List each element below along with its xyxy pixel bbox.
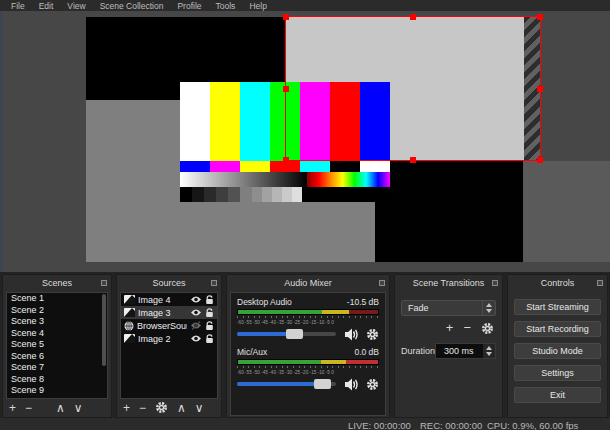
scene-transitions-panel: Scene Transitions Fade + − Duration 300 … — [394, 274, 503, 418]
volume-slider[interactable] — [237, 382, 336, 386]
scenes-scrollbar[interactable] — [102, 294, 106, 366]
scene-list-item[interactable]: Scene 2 — [7, 305, 107, 317]
menu-scene-collection[interactable]: Scene Collection — [93, 0, 171, 11]
meter-ticks — [237, 316, 379, 318]
scene-list-item[interactable]: Scene 3 — [7, 316, 107, 328]
scene-list-item[interactable]: Scene 1 — [7, 293, 107, 305]
lock-icon[interactable] — [205, 308, 214, 318]
handle-mid-right[interactable] — [537, 86, 543, 92]
scenes-panel-title[interactable]: Scenes — [3, 275, 111, 291]
source-up-button[interactable]: ∧ — [177, 401, 186, 415]
combo-spinner-icon[interactable] — [482, 301, 495, 315]
spinbox-arrows-icon[interactable] — [483, 344, 495, 358]
handle-bottom-right[interactable] — [537, 157, 543, 163]
image-icon — [124, 295, 135, 304]
audio-mixer-panel: Audio Mixer Desktop Audio -10.5 dB -60 -… — [226, 274, 390, 418]
controls-title[interactable]: Controls — [508, 275, 607, 291]
speaker-icon[interactable] — [344, 328, 359, 341]
volume-slider-handle[interactable] — [314, 379, 331, 389]
scene-transitions-title[interactable]: Scene Transitions — [395, 275, 502, 291]
handle-top-center[interactable] — [410, 14, 416, 20]
source-properties-gear-icon[interactable] — [155, 401, 168, 414]
lock-icon[interactable] — [205, 334, 214, 344]
popout-icon[interactable] — [379, 280, 385, 286]
scene-list-item[interactable]: Scene 5 — [7, 339, 107, 351]
popout-icon[interactable] — [211, 280, 217, 286]
add-scene-button[interactable]: + — [9, 401, 16, 415]
add-source-button[interactable]: + — [123, 401, 130, 415]
sources-panel-title[interactable]: Sources — [117, 275, 221, 291]
popout-icon[interactable] — [597, 280, 603, 286]
menu-tools[interactable]: Tools — [209, 0, 243, 11]
transition-properties-gear-icon[interactable] — [481, 322, 494, 335]
scene-list-item[interactable]: Scene 9 — [7, 385, 107, 397]
image-icon — [124, 334, 135, 343]
menu-file[interactable]: File — [4, 0, 32, 11]
scene-list-item[interactable]: Scene 7 — [7, 362, 107, 374]
source-row-image3[interactable]: Image 3 — [121, 306, 217, 319]
eye-icon[interactable] — [190, 295, 202, 304]
handle-top-left[interactable] — [283, 14, 289, 20]
menu-help[interactable]: Help — [242, 0, 273, 11]
scenes-list[interactable]: Scene 1 Scene 2 Scene 3 Scene 4 Scene 5 … — [6, 292, 108, 399]
scene-up-button[interactable]: ∧ — [56, 401, 65, 415]
channel-name: Desktop Audio — [237, 297, 292, 307]
channel-gear-icon[interactable] — [366, 328, 379, 341]
source-row-image4[interactable]: Image 4 — [121, 293, 217, 306]
scene-list-item[interactable]: Scene 6 — [7, 351, 107, 363]
transition-selected-value: Fade — [408, 303, 429, 313]
remove-transition-button[interactable]: − — [463, 321, 471, 335]
channel-gear-icon[interactable] — [366, 378, 379, 391]
preview-canvas[interactable] — [0, 11, 610, 272]
menu-view[interactable]: View — [60, 0, 92, 11]
menu-edit[interactable]: Edit — [32, 0, 61, 11]
source-down-button[interactable]: ∨ — [195, 401, 204, 415]
source-row-image2[interactable]: Image 2 — [121, 332, 217, 345]
lock-icon[interactable] — [205, 295, 214, 305]
handle-bottom-center[interactable] — [410, 157, 416, 163]
audio-mixer-title[interactable]: Audio Mixer — [227, 275, 389, 291]
volume-slider-handle[interactable] — [286, 329, 303, 339]
scenes-toolbar: + − ∧ ∨ — [9, 400, 83, 415]
eye-icon[interactable] — [190, 308, 202, 317]
start-recording-button[interactable]: Start Recording — [514, 321, 601, 337]
sources-list[interactable]: Image 4 Image 3 BrowserSou — [120, 292, 218, 399]
lock-icon[interactable] — [205, 321, 214, 331]
handle-top-right[interactable] — [537, 14, 543, 20]
handle-mid-left[interactable] — [283, 86, 289, 92]
scene-down-button[interactable]: ∨ — [74, 401, 83, 415]
popout-icon[interactable] — [492, 280, 498, 286]
black-backdrop-bottom[interactable] — [375, 161, 523, 262]
remove-scene-button[interactable]: − — [25, 401, 32, 415]
volume-slider[interactable] — [237, 332, 336, 336]
scene-list-item[interactable]: Scene 4 — [7, 328, 107, 340]
selection-outline[interactable] — [285, 16, 541, 161]
meter-ticks — [237, 366, 379, 368]
meter-scale: -60 -55 -50 -45 -40 -35 -30 -25 -20 -15 … — [237, 369, 348, 375]
eye-off-icon[interactable] — [190, 321, 202, 330]
eye-icon[interactable] — [190, 334, 202, 343]
source-label: Image 4 — [138, 295, 171, 305]
transition-select[interactable]: Fade — [401, 300, 496, 316]
sources-title-label: Sources — [152, 278, 185, 288]
add-transition-button[interactable]: + — [446, 321, 454, 335]
remove-source-button[interactable]: − — [139, 401, 146, 415]
scene-list-item[interactable]: Scene 8 — [7, 374, 107, 386]
menu-bar: File Edit View Scene Collection Profile … — [0, 0, 610, 11]
window-edge-strip — [0, 11, 3, 272]
handle-bottom-left[interactable] — [283, 157, 289, 163]
globe-icon — [124, 321, 134, 331]
channel-mic-aux: Mic/Aux 0.0 dB -60 -55 -50 -45 -40 -35 -… — [237, 347, 379, 390]
exit-button[interactable]: Exit — [514, 387, 601, 403]
volume-meter — [237, 359, 379, 365]
source-label: Image 3 — [138, 308, 171, 318]
menu-profile[interactable]: Profile — [170, 0, 208, 11]
popout-icon[interactable] — [101, 280, 107, 286]
speaker-icon[interactable] — [344, 378, 359, 391]
duration-spinbox[interactable]: 300 ms — [435, 343, 496, 359]
settings-button[interactable]: Settings — [514, 365, 601, 381]
start-streaming-button[interactable]: Start Streaming — [514, 299, 601, 315]
source-row-browsersource[interactable]: BrowserSource — [121, 319, 217, 332]
studio-mode-button[interactable]: Studio Mode — [514, 343, 601, 359]
channel-name: Mic/Aux — [237, 347, 267, 357]
